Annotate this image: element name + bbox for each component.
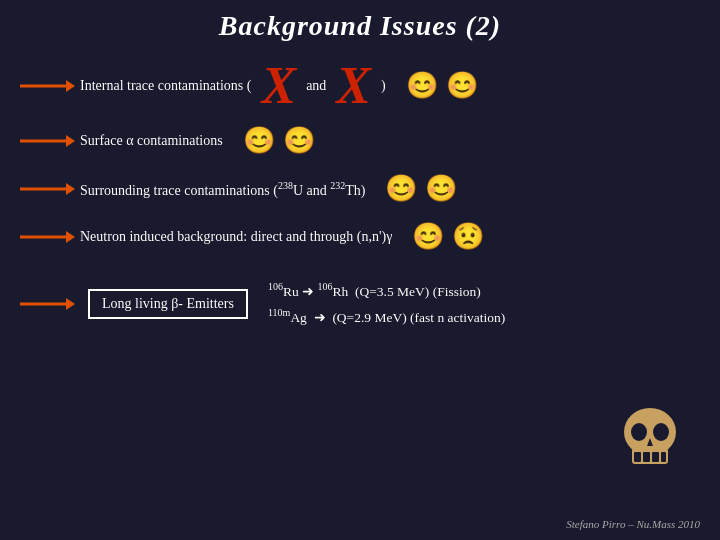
arrow-2 — [20, 132, 80, 150]
row2-text: Surface α contaminations — [80, 133, 223, 149]
row1-text-before: Internal trace contaminations ( — [80, 78, 251, 94]
arrow-3 — [20, 180, 80, 198]
row-surrounding-trace: Surrounding trace contaminations (238U a… — [20, 170, 700, 208]
smiley-row4-2: 😟 — [452, 224, 484, 250]
detail-line1: 106Ru ➜ 106Rh (Q=3.5 MeV) (Fission) — [268, 278, 505, 304]
long-living-label: Long living β- Emitters — [88, 289, 248, 319]
row3-text: Surrounding trace contaminations (238U a… — [80, 180, 365, 199]
svg-marker-3 — [66, 135, 75, 147]
smiley-row1-2: 😊 — [446, 73, 478, 99]
smiley-row2-2: 😊 — [283, 128, 315, 154]
smiley-row3-2: 😊 — [425, 176, 457, 202]
svg-marker-5 — [66, 183, 75, 195]
smiley-row4-1: 😊 — [412, 224, 444, 250]
page-title: Background Issues (2) — [20, 10, 700, 42]
row4-content: Neutron induced background: direct and t… — [80, 224, 700, 250]
arrow-5 — [20, 295, 80, 313]
arrow-4 — [20, 228, 80, 246]
row3-content: Surrounding trace contaminations (238U a… — [80, 176, 700, 202]
svg-marker-1 — [66, 80, 75, 92]
row-internal-trace: Internal trace contaminations ( X and X … — [20, 60, 700, 112]
detail-line1-info: (Q=3.5 MeV) (Fission) — [355, 284, 481, 299]
svg-rect-14 — [652, 452, 659, 462]
detail-line2: 110mAg ➜ (Q=2.9 MeV) (fast n activation) — [268, 304, 505, 330]
smiley-row3-1: 😊 — [385, 176, 417, 202]
skull-decoration — [610, 400, 690, 480]
row1-text-mid: and — [306, 78, 326, 94]
row1-text-after: ) — [381, 78, 386, 94]
row1-bigx1: X — [261, 60, 296, 112]
svg-point-17 — [653, 423, 669, 441]
smiley-row1-1: 😊 — [406, 73, 438, 99]
detail-line2-info: (Q=2.9 MeV) (fast n activation) — [332, 309, 505, 324]
footer-credit: Stefano Pirro – Nu.Mass 2010 — [566, 518, 700, 530]
row1-bigx2: X — [336, 60, 371, 112]
svg-point-16 — [631, 423, 647, 441]
arrow-1 — [20, 77, 80, 95]
smiley-row2-1: 😊 — [243, 128, 275, 154]
row2-content: Surface α contaminations 😊 😊 — [80, 128, 700, 154]
svg-rect-12 — [634, 452, 641, 462]
row-neutron-induced: Neutron induced background: direct and t… — [20, 218, 700, 256]
svg-rect-13 — [643, 452, 650, 462]
row4-text: Neutron induced background: direct and t… — [80, 229, 392, 245]
svg-marker-9 — [66, 298, 75, 310]
svg-marker-7 — [66, 231, 75, 243]
row-long-living: Long living β- Emitters 106Ru ➜ 106Rh (Q… — [20, 278, 700, 330]
svg-rect-15 — [661, 452, 666, 462]
long-living-details: 106Ru ➜ 106Rh (Q=3.5 MeV) (Fission) 110m… — [268, 278, 505, 330]
row-surface-alpha: Surface α contaminations 😊 😊 — [20, 122, 700, 160]
row1-content: Internal trace contaminations ( X and X … — [80, 60, 700, 112]
